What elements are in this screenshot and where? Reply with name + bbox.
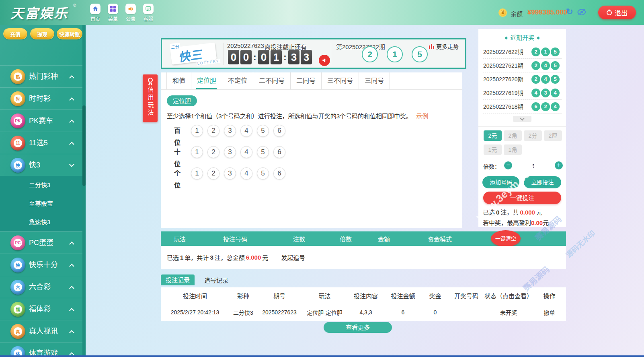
- number-ball[interactable]: 5: [257, 125, 269, 137]
- number-ball[interactable]: 2: [207, 146, 219, 158]
- submenu-item-zhizun-shaibao[interactable]: 至尊骰宝: [0, 194, 82, 213]
- chevron-up-icon: [69, 286, 74, 291]
- bet-status[interactable]: 未开奖: [484, 308, 533, 316]
- tab-chase-records[interactable]: 追号记录: [204, 276, 228, 284]
- tab-santonghao[interactable]: 三同号: [359, 72, 390, 89]
- number-ball[interactable]: 3: [224, 146, 236, 158]
- draw-number: 4: [541, 61, 550, 70]
- divider: [223, 43, 224, 65]
- max-profit-info: 若中奖，最高盈利0.00元: [483, 218, 549, 227]
- nav-home[interactable]: 首页: [86, 4, 105, 22]
- number-ball[interactable]: 1: [191, 125, 203, 137]
- kuai3-ball-icon: 快: [10, 158, 25, 173]
- cart-col-amount: 金额: [365, 235, 403, 243]
- bet-now-button[interactable]: 立即投注: [524, 176, 561, 188]
- deposit-button[interactable]: 充值: [3, 28, 27, 39]
- withdraw-button[interactable]: 提现: [30, 28, 54, 39]
- number-ball[interactable]: 4: [240, 125, 252, 137]
- amount-button-2jiao[interactable]: 2角: [504, 130, 522, 141]
- chevron-up-icon: [69, 241, 74, 247]
- draw-number: 2: [531, 75, 540, 84]
- logout-button[interactable]: 退出: [598, 6, 636, 19]
- number-ball[interactable]: 1: [191, 167, 203, 180]
- bet-lottery: 二分快3: [229, 308, 257, 316]
- sidebar-item-kuaile-shifen[interactable]: 快 快乐十分: [0, 254, 82, 276]
- 11x5-ball-icon: 11: [10, 136, 25, 151]
- add-number-button[interactable]: 添加号码: [482, 176, 519, 188]
- expand-draws-button[interactable]: [513, 116, 531, 122]
- cart-col-count: 注数: [272, 235, 326, 243]
- draw-number: 2: [531, 61, 540, 70]
- sound-toggle-button[interactable]: [319, 55, 330, 66]
- number-ball[interactable]: 3: [224, 125, 236, 137]
- multiplier-increase-button[interactable]: +: [555, 161, 563, 169]
- eye-slash-icon[interactable]: [577, 9, 586, 17]
- number-ball[interactable]: 6: [273, 167, 285, 180]
- amount-button-1yuan[interactable]: 1元: [484, 144, 502, 155]
- amount-button-1jiao[interactable]: 1角: [504, 144, 522, 155]
- lottery-logo: 快三 二分 LOTTERY: [166, 39, 221, 67]
- sidebar-item-liuhecai[interactable]: 六 六合彩: [0, 276, 82, 298]
- sidebar-item-kuai3[interactable]: 快 快3: [0, 154, 82, 176]
- draw-result-number: 2: [362, 46, 378, 62]
- submenu-item-jisukuai3[interactable]: 急速快3: [0, 213, 82, 231]
- tab-ertonghao[interactable]: 二同号: [291, 72, 322, 89]
- tab-dingweidan[interactable]: 定位胆: [191, 72, 222, 89]
- number-ball[interactable]: 5: [257, 146, 269, 158]
- view-more-button[interactable]: 查看更多: [324, 322, 392, 333]
- start-chase-link[interactable]: 发起追号: [281, 253, 305, 262]
- number-ball[interactable]: 2: [207, 125, 219, 137]
- tab-sanbutonghao[interactable]: 三不同号: [322, 72, 359, 89]
- number-ball[interactable]: 6: [273, 146, 285, 158]
- multiplier-decrease-button[interactable]: −: [504, 161, 512, 169]
- tab-budingwei[interactable]: 不定位: [222, 72, 253, 89]
- amount-button-2fen[interactable]: 2分: [524, 130, 542, 141]
- quick-transfer-button[interactable]: 快速转账: [57, 28, 82, 39]
- tab-erbutonghao[interactable]: 二不同号: [253, 72, 291, 89]
- nav-customer-service[interactable]: 客服: [139, 4, 158, 22]
- sidebar-item-pc-dandan[interactable]: PC PC蛋蛋: [0, 231, 82, 254]
- number-ball[interactable]: 2: [207, 167, 219, 180]
- draw-number: 3: [541, 89, 550, 97]
- number-ball[interactable]: 4: [240, 167, 252, 180]
- recent-draw-row: 20250227621期 2 4 5: [483, 59, 562, 72]
- sidebar-item-futicai[interactable]: 福 福体彩: [0, 298, 82, 320]
- medal-icon: [148, 78, 153, 83]
- sidebar-scrollbar-thumb[interactable]: [82, 105, 86, 186]
- sidebar-item-pk-racing[interactable]: PK PK赛车: [0, 109, 82, 132]
- example-link[interactable]: 示例: [416, 113, 428, 120]
- pc-dandan-ball-icon: PC: [10, 235, 25, 250]
- amount-button-2yuan[interactable]: 2元: [484, 130, 502, 141]
- sidebar-item-live-video[interactable]: 真 真人视讯: [0, 320, 82, 342]
- nav-announcement[interactable]: 公告: [121, 4, 140, 22]
- cancel-bet-link[interactable]: 撤单: [533, 308, 566, 316]
- clear-all-button[interactable]: 一键清空: [491, 230, 521, 247]
- multiplier-input[interactable]: [516, 160, 551, 172]
- number-ball[interactable]: 3: [224, 167, 236, 180]
- one-key-bet-button[interactable]: 一键投注: [483, 192, 561, 204]
- sidebar-item-hot-lottery[interactable]: 热 热门彩种: [0, 65, 82, 87]
- submenu-item-erfenkuai3[interactable]: 二分快3: [0, 176, 82, 194]
- credit-play-ribbon[interactable]: 信用玩法: [143, 74, 158, 122]
- sidebar-item-11x5[interactable]: 11 11选5: [0, 132, 82, 154]
- number-ball[interactable]: 5: [257, 167, 269, 180]
- nav-menu[interactable]: 菜单: [104, 4, 122, 22]
- number-ball[interactable]: 6: [273, 125, 285, 137]
- brand-logo: 天富娱乐: [10, 3, 68, 22]
- draw-result-number: 1: [387, 46, 403, 62]
- refresh-icon[interactable]: ↻: [566, 7, 573, 17]
- recent-draw-row: 20250227622期 2 1 5: [483, 45, 562, 59]
- app-window: 天富娱乐 ® 首页 菜单 公告 客服 ¥ 余额 ¥9: [0, 0, 644, 357]
- tab-bet-records[interactable]: 投注记录: [161, 274, 195, 285]
- amount-button-2li[interactable]: 2厘: [544, 130, 562, 141]
- menu-grid-icon: [108, 4, 118, 14]
- chevron-down-icon: [69, 162, 74, 167]
- tab-hezhi[interactable]: 和值: [166, 72, 191, 89]
- sidebar-item-shishicai[interactable]: 时 时时彩: [0, 87, 82, 109]
- more-trends-link[interactable]: 更多走势: [429, 42, 459, 50]
- number-ball[interactable]: 4: [240, 146, 252, 158]
- sidebar-item-sports[interactable]: 体 体育游戏: [0, 342, 82, 357]
- recent-draw-row: 20250227618期 6 2 4: [483, 100, 562, 113]
- recent-draw-row: 20250227619期 4 3 4: [483, 86, 562, 100]
- number-ball[interactable]: 1: [191, 146, 203, 158]
